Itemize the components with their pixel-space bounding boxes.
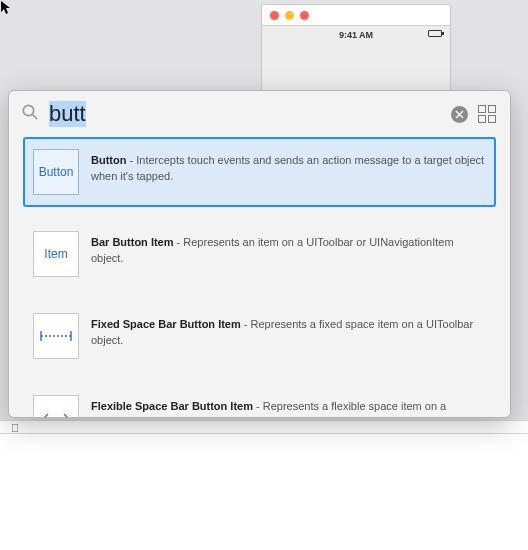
result-description: Bar Button Item - Represents an item on … [91,231,486,267]
zoom-icon[interactable] [300,11,309,20]
result-thumb: Item [33,231,79,277]
result-thumb [33,395,79,417]
clear-search-button[interactable] [451,106,468,123]
search-input[interactable] [49,101,441,127]
result-item-fixed-space[interactable]: Fixed Space Bar Button Item - Represents… [23,301,496,371]
thumb-label: Button [39,165,74,179]
result-description: Button - Intercepts touch events and sen… [91,149,486,185]
object-library-panel: Button Button - Intercepts touch events … [8,90,511,418]
result-description: Flexible Space Bar Button Item - Represe… [91,395,486,417]
panel-glyph-icon: ⎕ [12,422,18,433]
minimize-icon[interactable] [285,11,294,20]
fixed-space-icon [38,329,74,343]
result-item-bar-button[interactable]: Item Bar Button Item - Represents an ite… [23,219,496,289]
flexible-space-icon [38,411,74,417]
preview-titlebar [262,5,450,25]
svg-point-0 [23,105,33,115]
result-title: Button [91,154,126,166]
result-thumb: Button [33,149,79,195]
search-row [9,91,510,137]
result-title: Flexible Space Bar Button Item [91,400,253,412]
result-desc-text: Intercepts touch events and sends an act… [91,154,484,182]
thumb-label: Item [44,247,67,261]
result-title: Fixed Space Bar Button Item [91,318,241,330]
iphone-statusbar: 9:41 AM [262,25,450,93]
result-thumb [33,313,79,359]
cursor-icon [0,0,12,19]
status-time: 9:41 AM [262,30,450,40]
result-item-flexible-space[interactable]: Flexible Space Bar Button Item - Represe… [23,383,496,417]
grid-view-button[interactable] [478,105,496,123]
battery-icon [428,30,442,37]
result-title: Bar Button Item [91,236,174,248]
result-item-button[interactable]: Button Button - Intercepts touch events … [23,137,496,207]
lower-background [0,434,528,550]
close-icon[interactable] [270,11,279,20]
results-list: Button Button - Intercepts touch events … [9,137,510,417]
iphone-preview: 9:41 AM [261,4,451,94]
divider-bar: ⎕ [0,420,528,434]
svg-line-1 [33,115,38,120]
search-icon [21,103,39,125]
result-description: Fixed Space Bar Button Item - Represents… [91,313,486,349]
